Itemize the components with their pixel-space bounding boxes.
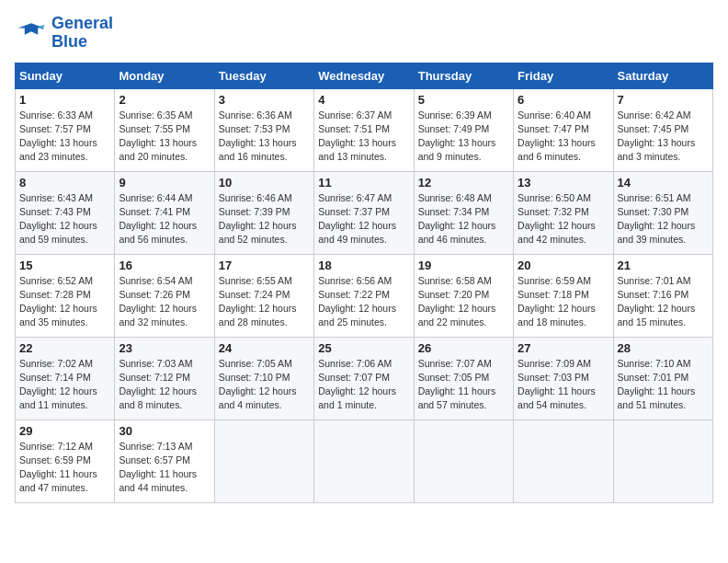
- day-info: Sunrise: 7:03 AMSunset: 7:12 PMDaylight:…: [119, 358, 197, 411]
- calendar-day-19: 19 Sunrise: 6:58 AMSunset: 7:20 PMDaylig…: [414, 254, 513, 337]
- day-number: 4: [318, 93, 409, 107]
- day-number: 18: [318, 259, 409, 272]
- weekday-header-sunday: Sunday: [16, 63, 115, 88]
- calendar-day-24: 24 Sunrise: 7:05 AMSunset: 7:10 PMDaylig…: [214, 337, 313, 419]
- day-number: 1: [19, 93, 110, 107]
- weekday-header-tuesday: Tuesday: [214, 63, 313, 88]
- calendar-day-16: 16 Sunrise: 6:54 AMSunset: 7:26 PMDaylig…: [115, 254, 214, 337]
- calendar-empty-cell: [214, 419, 313, 502]
- day-number: 11: [318, 176, 409, 190]
- day-number: 24: [219, 341, 310, 355]
- day-number: 5: [418, 93, 509, 107]
- day-info: Sunrise: 7:12 AMSunset: 6:59 PMDaylight:…: [19, 441, 97, 494]
- day-info: Sunrise: 6:43 AMSunset: 7:43 PMDaylight:…: [19, 192, 97, 246]
- calendar-day-2: 2 Sunrise: 6:35 AMSunset: 7:55 PMDayligh…: [115, 88, 214, 171]
- day-number: 14: [618, 176, 709, 190]
- day-info: Sunrise: 6:33 AMSunset: 7:57 PMDaylight:…: [19, 109, 97, 163]
- day-info: Sunrise: 7:06 AMSunset: 7:07 PMDaylight:…: [318, 358, 396, 411]
- calendar-day-23: 23 Sunrise: 7:03 AMSunset: 7:12 PMDaylig…: [115, 337, 214, 419]
- day-info: Sunrise: 6:56 AMSunset: 7:22 PMDaylight:…: [318, 275, 396, 328]
- calendar-week-row: 22 Sunrise: 7:02 AMSunset: 7:14 PMDaylig…: [16, 337, 713, 419]
- calendar-day-7: 7 Sunrise: 6:42 AMSunset: 7:45 PMDayligh…: [613, 88, 712, 171]
- calendar-week-row: 8 Sunrise: 6:43 AMSunset: 7:43 PMDayligh…: [16, 171, 713, 254]
- day-info: Sunrise: 6:55 AMSunset: 7:24 PMDaylight:…: [219, 275, 297, 328]
- day-number: 22: [19, 341, 110, 355]
- logo: General Blue: [15, 15, 113, 52]
- day-info: Sunrise: 6:58 AMSunset: 7:20 PMDaylight:…: [418, 275, 496, 328]
- day-info: Sunrise: 6:44 AMSunset: 7:41 PMDaylight:…: [119, 192, 197, 246]
- calendar-day-21: 21 Sunrise: 7:01 AMSunset: 7:16 PMDaylig…: [613, 254, 712, 337]
- day-number: 16: [119, 259, 210, 272]
- day-number: 30: [119, 424, 210, 438]
- day-number: 29: [19, 424, 110, 438]
- calendar-empty-cell: [514, 419, 613, 502]
- svg-marker-0: [18, 23, 45, 35]
- day-info: Sunrise: 6:40 AMSunset: 7:47 PMDaylight:…: [518, 109, 596, 163]
- day-number: 6: [518, 93, 609, 107]
- calendar-day-26: 26 Sunrise: 7:07 AMSunset: 7:05 PMDaylig…: [414, 337, 513, 419]
- calendar-day-6: 6 Sunrise: 6:40 AMSunset: 7:47 PMDayligh…: [514, 88, 613, 171]
- calendar-day-22: 22 Sunrise: 7:02 AMSunset: 7:14 PMDaylig…: [16, 337, 115, 419]
- calendar-empty-cell: [414, 419, 513, 502]
- weekday-header-saturday: Saturday: [613, 63, 712, 88]
- calendar-day-25: 25 Sunrise: 7:06 AMSunset: 7:07 PMDaylig…: [314, 337, 414, 419]
- calendar-day-28: 28 Sunrise: 7:10 AMSunset: 7:01 PMDaylig…: [613, 337, 712, 419]
- day-number: 12: [418, 176, 509, 190]
- day-info: Sunrise: 6:46 AMSunset: 7:39 PMDaylight:…: [219, 192, 297, 246]
- weekday-header-row: SundayMondayTuesdayWednesdayThursdayFrid…: [16, 63, 713, 88]
- day-info: Sunrise: 6:51 AMSunset: 7:30 PMDaylight:…: [618, 192, 696, 246]
- logo-icon: [15, 19, 48, 47]
- day-info: Sunrise: 7:05 AMSunset: 7:10 PMDaylight:…: [219, 358, 297, 411]
- day-number: 21: [618, 259, 709, 272]
- day-number: 13: [518, 176, 609, 190]
- calendar-day-4: 4 Sunrise: 6:37 AMSunset: 7:51 PMDayligh…: [314, 88, 414, 171]
- calendar-day-13: 13 Sunrise: 6:50 AMSunset: 7:32 PMDaylig…: [514, 171, 613, 254]
- day-number: 28: [618, 341, 709, 355]
- day-number: 8: [19, 176, 110, 190]
- day-number: 27: [518, 341, 609, 355]
- day-info: Sunrise: 7:13 AMSunset: 6:57 PMDaylight:…: [119, 441, 197, 494]
- calendar-empty-cell: [314, 419, 414, 502]
- day-number: 2: [119, 93, 210, 107]
- calendar-day-10: 10 Sunrise: 6:46 AMSunset: 7:39 PMDaylig…: [214, 171, 313, 254]
- weekday-header-wednesday: Wednesday: [314, 63, 414, 88]
- logo-text: General Blue: [51, 15, 113, 52]
- day-info: Sunrise: 6:39 AMSunset: 7:49 PMDaylight:…: [418, 109, 496, 163]
- day-number: 23: [119, 341, 210, 355]
- day-info: Sunrise: 6:36 AMSunset: 7:53 PMDaylight:…: [219, 109, 297, 163]
- calendar-empty-cell: [613, 419, 712, 502]
- day-number: 25: [318, 341, 409, 355]
- page-header: General Blue: [15, 15, 713, 52]
- calendar-day-9: 9 Sunrise: 6:44 AMSunset: 7:41 PMDayligh…: [115, 171, 214, 254]
- day-number: 3: [219, 93, 310, 107]
- day-info: Sunrise: 7:02 AMSunset: 7:14 PMDaylight:…: [19, 358, 97, 411]
- calendar-day-8: 8 Sunrise: 6:43 AMSunset: 7:43 PMDayligh…: [16, 171, 115, 254]
- calendar-day-14: 14 Sunrise: 6:51 AMSunset: 7:30 PMDaylig…: [613, 171, 712, 254]
- calendar-day-5: 5 Sunrise: 6:39 AMSunset: 7:49 PMDayligh…: [414, 88, 513, 171]
- calendar-day-17: 17 Sunrise: 6:55 AMSunset: 7:24 PMDaylig…: [214, 254, 313, 337]
- day-number: 7: [618, 93, 709, 107]
- weekday-header-friday: Friday: [514, 63, 613, 88]
- calendar-day-3: 3 Sunrise: 6:36 AMSunset: 7:53 PMDayligh…: [214, 88, 313, 171]
- calendar-day-18: 18 Sunrise: 6:56 AMSunset: 7:22 PMDaylig…: [314, 254, 414, 337]
- day-info: Sunrise: 6:35 AMSunset: 7:55 PMDaylight:…: [119, 109, 197, 163]
- day-info: Sunrise: 6:59 AMSunset: 7:18 PMDaylight:…: [518, 275, 596, 328]
- calendar-day-11: 11 Sunrise: 6:47 AMSunset: 7:37 PMDaylig…: [314, 171, 414, 254]
- calendar-day-1: 1 Sunrise: 6:33 AMSunset: 7:57 PMDayligh…: [16, 88, 115, 171]
- calendar-day-20: 20 Sunrise: 6:59 AMSunset: 7:18 PMDaylig…: [514, 254, 613, 337]
- calendar-day-12: 12 Sunrise: 6:48 AMSunset: 7:34 PMDaylig…: [414, 171, 513, 254]
- day-number: 19: [418, 259, 509, 272]
- day-info: Sunrise: 7:01 AMSunset: 7:16 PMDaylight:…: [618, 275, 696, 328]
- day-info: Sunrise: 7:09 AMSunset: 7:03 PMDaylight:…: [518, 358, 596, 411]
- calendar-day-27: 27 Sunrise: 7:09 AMSunset: 7:03 PMDaylig…: [514, 337, 613, 419]
- day-info: Sunrise: 6:54 AMSunset: 7:26 PMDaylight:…: [119, 275, 197, 328]
- day-number: 17: [219, 259, 310, 272]
- day-info: Sunrise: 6:52 AMSunset: 7:28 PMDaylight:…: [19, 275, 97, 328]
- calendar-day-15: 15 Sunrise: 6:52 AMSunset: 7:28 PMDaylig…: [16, 254, 115, 337]
- day-info: Sunrise: 7:07 AMSunset: 7:05 PMDaylight:…: [418, 358, 496, 411]
- day-number: 20: [518, 259, 609, 272]
- calendar-week-row: 1 Sunrise: 6:33 AMSunset: 7:57 PMDayligh…: [16, 88, 713, 171]
- day-info: Sunrise: 7:10 AMSunset: 7:01 PMDaylight:…: [618, 358, 696, 411]
- calendar-day-29: 29 Sunrise: 7:12 AMSunset: 6:59 PMDaylig…: [16, 419, 115, 502]
- calendar-week-row: 15 Sunrise: 6:52 AMSunset: 7:28 PMDaylig…: [16, 254, 713, 337]
